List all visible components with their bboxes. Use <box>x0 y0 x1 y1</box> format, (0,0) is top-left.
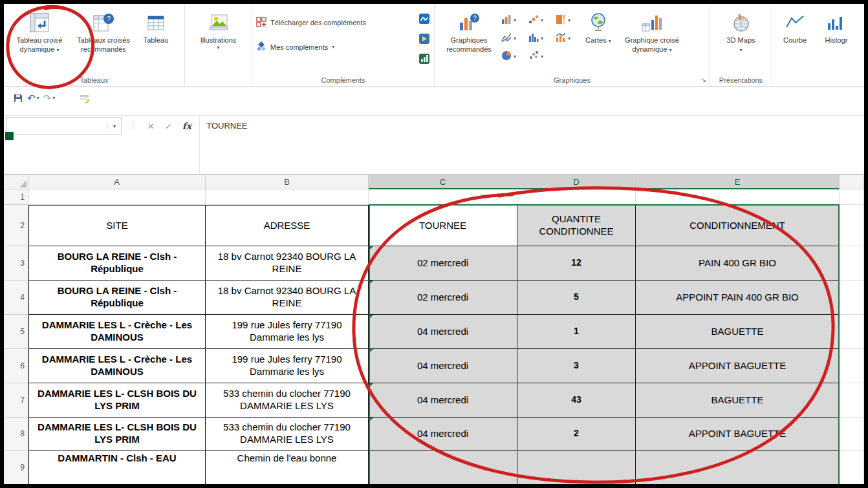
cell-b7[interactable]: 533 chemin du clocher 77190 DAMMARIE LES… <box>206 383 369 418</box>
addin-shortcut-2-icon[interactable] <box>418 33 430 47</box>
cell-c9[interactable] <box>369 451 517 485</box>
insert-function-button[interactable]: fx <box>182 121 191 131</box>
cell-e9[interactable] <box>636 451 840 485</box>
row-header-8[interactable]: 8 <box>4 418 28 451</box>
cell-b5[interactable]: 199 rue Jules ferry 77190 Dammarie les l… <box>206 315 369 349</box>
redo-button[interactable]: ↷ ▾ <box>43 92 56 104</box>
undo-button[interactable]: ↶ ▾ <box>27 92 39 104</box>
row-header-5[interactable]: 5 <box>4 315 28 349</box>
cell-f2[interactable] <box>840 205 864 246</box>
cell-f7[interactable] <box>840 383 864 418</box>
pivottable-button[interactable]: Tableau croisé dynamique ▾ <box>8 6 71 54</box>
row-header-2[interactable]: 2 <box>4 205 28 246</box>
cell-a3[interactable]: BOURG LA REINE - Clsh - République <box>28 246 206 281</box>
cell-a6[interactable]: DAMMARIE LES L - Crèche - Les DAMINOUS <box>28 349 206 383</box>
cell-f1[interactable] <box>840 189 864 205</box>
3d-maps-button[interactable]: 3D Maps ▾ <box>725 6 757 54</box>
customize-qat-button[interactable] <box>80 93 90 103</box>
cell-c1[interactable] <box>369 189 517 205</box>
cell-f4[interactable] <box>840 281 864 315</box>
sparkline-column-button[interactable]: Histogr <box>814 6 859 45</box>
cell-a7[interactable]: DAMMARIE LES L- CLSH BOIS DU LYS PRIM <box>28 383 206 418</box>
name-box[interactable]: ▾ <box>6 117 122 135</box>
insert-hierarchy-chart-button[interactable]: ▾ <box>554 14 581 27</box>
sparkline-line-button[interactable]: Courbe <box>776 6 814 45</box>
cell-d8[interactable]: 2 <box>517 418 636 451</box>
cell-e3[interactable]: PAIN 400 GR BIO <box>636 246 840 281</box>
save-button[interactable] <box>13 93 23 103</box>
insert-column-chart-button[interactable]: ▾ <box>499 14 526 27</box>
cell-d9[interactable] <box>517 451 636 485</box>
insert-combo-chart-button[interactable]: ▾ <box>554 32 581 45</box>
row-header-3[interactable]: 3 <box>4 246 28 281</box>
insert-pie-chart-button[interactable]: ▾ <box>499 50 526 63</box>
column-header-b[interactable]: B <box>206 175 369 189</box>
cell-c5[interactable]: 04 mercredi <box>369 315 517 349</box>
cell-a4[interactable]: BOURG LA REINE - Clsh - République <box>28 281 206 315</box>
cell-b6[interactable]: 199 rue Jules ferry 77190 Dammarie les l… <box>206 349 369 383</box>
formula-bar-splitter[interactable]: ⋮ <box>129 122 137 131</box>
column-header-e[interactable]: E <box>636 175 840 189</box>
cell-b1[interactable] <box>206 189 369 205</box>
column-header-f[interactable] <box>840 175 864 189</box>
cell-e5[interactable]: BAGUETTE <box>636 315 840 349</box>
cell-e2[interactable]: CONDITIONNEMENT <box>636 205 840 246</box>
cell-a1[interactable] <box>28 189 206 205</box>
table-button[interactable]: Tableau <box>136 6 176 45</box>
cell-e4[interactable]: APPOINT PAIN 400 GR BIO <box>636 281 840 315</box>
insert-line-chart-button[interactable]: ▾ <box>499 32 526 45</box>
cell-d5[interactable]: 1 <box>517 315 636 349</box>
insert-statistic-chart-button[interactable]: ▾ <box>526 32 554 45</box>
row-header-4[interactable]: 4 <box>4 281 28 315</box>
cell-c7[interactable]: 04 mercredi <box>369 383 517 418</box>
row-header-6[interactable]: 6 <box>4 349 28 383</box>
insert-waterfall-chart-button[interactable]: ▾ <box>526 14 554 27</box>
row-header-1[interactable]: 1 <box>4 189 28 205</box>
illustrations-button[interactable]: Illustrations ▾ <box>189 6 248 50</box>
cell-e7[interactable]: BAGUETTE <box>636 383 840 418</box>
enter-icon[interactable]: ✓ <box>165 122 172 131</box>
row-header-7[interactable]: 7 <box>4 383 28 418</box>
cell-c4[interactable]: 02 mercredi <box>369 281 517 315</box>
insert-scatter-chart-button[interactable]: ▾ <box>526 50 554 63</box>
cell-f6[interactable] <box>840 349 864 383</box>
addin-shortcut-3-icon[interactable] <box>418 53 430 67</box>
select-all-corner[interactable] <box>4 175 28 189</box>
cell-f9[interactable] <box>840 451 864 485</box>
recommended-charts-button[interactable]: ? Graphiques recommandés <box>439 6 499 54</box>
cell-e6[interactable]: APPOINT BAGUETTE <box>636 349 840 383</box>
cell-c3[interactable]: 02 mercredi <box>369 246 517 281</box>
cell-b4[interactable]: 18 bv Carnot 92340 BOURG LA REINE <box>206 281 369 315</box>
cell-d3[interactable]: 12 <box>517 246 636 281</box>
cell-b8[interactable]: 533 chemin du clocher 77190 DAMMARIE LES… <box>206 418 369 451</box>
pivotchart-button[interactable]: Graphique croisé dynamique ▾ <box>616 6 688 54</box>
cell-e8[interactable]: APPOINT BAGUETTE <box>636 418 840 451</box>
cell-c6[interactable]: 04 mercredi <box>369 349 517 383</box>
cell-d6[interactable]: 3 <box>517 349 636 383</box>
formula-input[interactable]: TOURNEE <box>199 116 864 174</box>
cell-c2-active[interactable]: TOURNEE <box>369 205 517 246</box>
cancel-icon[interactable]: ✕ <box>147 122 155 131</box>
cell-a9[interactable]: DAMMARTIN - Clsh - EAU <box>28 451 206 485</box>
cell-b3[interactable]: 18 bv Carnot 92340 BOURG LA REINE <box>206 246 369 281</box>
cell-d2[interactable]: QUANTITE CONDITIONNEE <box>517 205 636 246</box>
column-header-d[interactable]: D <box>517 175 636 189</box>
column-header-a[interactable]: A <box>28 175 206 189</box>
column-header-c[interactable]: C <box>369 175 517 189</box>
addin-shortcut-1-icon[interactable] <box>418 13 430 27</box>
my-addins-button[interactable]: Mes compléments ▾ <box>256 39 418 56</box>
cell-b2[interactable]: ADRESSE <box>206 205 369 246</box>
charts-dialog-launcher-icon[interactable]: ↘ <box>701 76 706 83</box>
cell-b9[interactable]: Chemin de l'eau bonne <box>206 451 369 485</box>
maps-button[interactable]: Cartes ▾ <box>581 6 616 45</box>
cell-d1[interactable] <box>517 189 636 205</box>
cell-f5[interactable] <box>840 315 864 349</box>
cell-a5[interactable]: DAMMARIE LES L - Crèche - Les DAMINOUS <box>28 315 206 349</box>
cell-f8[interactable] <box>840 418 864 451</box>
cell-f3[interactable] <box>840 246 864 281</box>
cell-a2[interactable]: SITE <box>28 205 206 246</box>
chevron-down-icon[interactable]: ▾ <box>107 123 121 129</box>
get-addins-button[interactable]: Télécharger des compléments <box>256 14 418 31</box>
cell-d4[interactable]: 5 <box>517 281 636 315</box>
recommended-pivottables-button[interactable]: ? Tableaux croisés recommandés <box>71 6 136 54</box>
